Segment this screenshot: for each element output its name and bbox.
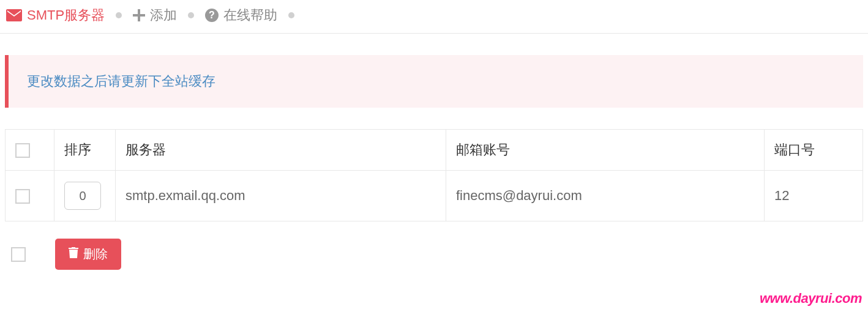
- plus-icon: [133, 9, 145, 21]
- nav-smtp[interactable]: SMTP服务器: [6, 6, 105, 24]
- row-checkbox-cell: [6, 171, 54, 221]
- row-server-cell: smtp.exmail.qq.com: [116, 171, 446, 221]
- top-nav: SMTP服务器 添加 ? 在线帮助: [0, 0, 868, 34]
- nav-divider-dot: [188, 12, 194, 18]
- row-email-cell: finecms@dayrui.com: [446, 171, 765, 221]
- footer-actions: 删除: [0, 221, 868, 287]
- smtp-table: 排序 服务器 邮箱账号 端口号 smtp.exmail.qq.com finec…: [5, 129, 863, 221]
- table-header-row: 排序 服务器 邮箱账号 端口号: [6, 130, 863, 171]
- port-text: 12: [774, 188, 789, 203]
- header-email: 邮箱账号: [446, 130, 765, 171]
- email-text: finecms@dayrui.com: [456, 188, 582, 203]
- header-sort: 排序: [54, 130, 116, 171]
- row-checkbox[interactable]: [15, 189, 30, 204]
- nav-help[interactable]: ? 在线帮助: [205, 6, 277, 24]
- sort-input[interactable]: [64, 182, 101, 210]
- row-port-cell: 12: [765, 171, 863, 221]
- row-sort-cell: [54, 171, 116, 221]
- nav-help-label: 在线帮助: [223, 6, 277, 24]
- header-port: 端口号: [765, 130, 863, 171]
- nav-divider-dot: [116, 12, 122, 18]
- envelope-icon: [6, 9, 22, 21]
- alert-message: 更改数据之后请更新下全站缓存: [27, 73, 215, 89]
- server-text: smtp.exmail.qq.com: [125, 188, 245, 203]
- svg-text:?: ?: [209, 10, 215, 20]
- nav-smtp-label: SMTP服务器: [27, 6, 105, 24]
- delete-button[interactable]: 删除: [55, 239, 121, 270]
- header-checkbox-cell: [6, 130, 54, 171]
- alert-box: 更改数据之后请更新下全站缓存: [5, 55, 863, 108]
- select-all-checkbox[interactable]: [15, 143, 30, 158]
- trash-icon: [69, 247, 78, 261]
- table-row: smtp.exmail.qq.com finecms@dayrui.com 12: [6, 171, 863, 221]
- nav-add-label: 添加: [150, 6, 177, 24]
- footer-checkbox[interactable]: [11, 247, 26, 262]
- nav-divider-dot: [288, 12, 294, 18]
- question-circle-icon: ?: [205, 9, 219, 22]
- nav-add[interactable]: 添加: [133, 6, 177, 24]
- header-server: 服务器: [116, 130, 446, 171]
- delete-label: 删除: [83, 246, 108, 262]
